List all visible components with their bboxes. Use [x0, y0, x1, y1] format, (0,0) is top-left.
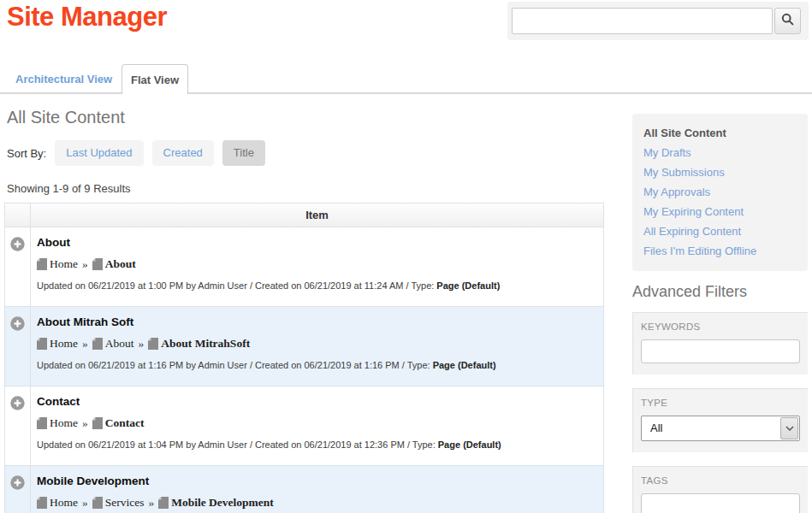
tab-flat-view[interactable]: Flat View [122, 64, 188, 94]
breadcrumb-separator: » [148, 496, 154, 510]
advanced-filters-heading: Advanced Filters [632, 283, 808, 301]
item-type: Page (Default) [433, 360, 496, 370]
breadcrumb-item[interactable]: Home [37, 337, 78, 351]
row-content: Contact Home » Contact Updated on 06/21/… [31, 386, 603, 465]
row-content: Mobile Development Home » Services » Mob… [31, 466, 603, 513]
breadcrumb: Home » Contact [37, 416, 595, 430]
breadcrumb: Home » Services » Mobile Development [37, 496, 595, 510]
table-header: Item [5, 203, 603, 227]
search-input[interactable] [512, 8, 773, 34]
table-row: About Mitrah Soft Home » About » About M… [5, 307, 603, 386]
sort-created-button[interactable]: Created [152, 140, 214, 166]
type-filter: TYPE All [632, 388, 808, 452]
keywords-input[interactable] [641, 339, 800, 363]
sidebar-item-all-expiring-content[interactable]: All Expiring Content [643, 221, 797, 241]
keywords-label: KEYWORDS [641, 321, 800, 332]
type-select-value: All [642, 416, 779, 440]
page-icon [158, 497, 169, 509]
expand-plus-icon[interactable] [10, 398, 25, 413]
page-icon [37, 417, 47, 429]
breadcrumb-item[interactable]: Home [37, 257, 78, 271]
sidebar-item-my-expiring-content[interactable]: My Expiring Content [643, 202, 797, 221]
chevron-down-icon [780, 417, 798, 439]
expand-plus-icon[interactable] [10, 319, 25, 333]
expand-plus-icon[interactable] [10, 478, 25, 492]
sort-last-updated-button[interactable]: Last Updated [55, 140, 143, 166]
table-row: About Home » About Updated on 06/21/2019… [5, 227, 603, 307]
item-title[interactable]: About [37, 236, 595, 249]
breadcrumb: Home » About » About MitrahSoft [37, 337, 595, 351]
breadcrumb-separator: » [82, 416, 88, 430]
breadcrumb-separator: » [82, 337, 88, 351]
breadcrumb-item[interactable]: Home [37, 496, 78, 510]
row-content: About Home » About Updated on 06/21/2019… [31, 227, 603, 306]
breadcrumb-item[interactable]: About MitrahSoft [148, 337, 250, 351]
table-row: Contact Home » Contact Updated on 06/21/… [5, 386, 603, 466]
page-title: Site Manager [7, 2, 167, 32]
sidebar-item-all-site-content: All Site Content [643, 123, 797, 143]
page-icon [92, 497, 103, 509]
item-title[interactable]: About Mitrah Soft [37, 315, 595, 328]
sidebar-item-files-editing-offline[interactable]: Files I'm Editing Offline [643, 241, 797, 261]
site-manager-app: Site Manager Architectural View Flat Vie… [0, 0, 812, 513]
breadcrumb-item[interactable]: About [92, 337, 134, 351]
tab-architectural-view[interactable]: Architectural View [15, 73, 112, 86]
type-label: TYPE [641, 398, 800, 408]
row-actions-cell [5, 466, 31, 513]
page-icon [92, 258, 103, 270]
expand-plus-icon[interactable] [10, 239, 25, 254]
table-header-actions-cell [5, 203, 31, 227]
breadcrumb-separator: » [82, 257, 88, 271]
row-actions-cell [5, 307, 31, 386]
sidebar-item-my-approvals[interactable]: My Approvals [643, 182, 797, 202]
breadcrumb: Home » About [37, 257, 595, 271]
item-type: Page (Default) [436, 280, 500, 291]
tags-input[interactable] [641, 493, 800, 513]
type-select[interactable]: All [641, 416, 800, 441]
page-icon [37, 258, 47, 270]
item-type: Page (Default) [438, 439, 501, 450]
content-table: Item About Home » About Updated on 06/ [4, 203, 604, 513]
item-title[interactable]: Mobile Development [37, 475, 595, 487]
breadcrumb-separator: » [82, 496, 88, 510]
tags-label: TAGS [641, 475, 800, 486]
breadcrumb-item[interactable]: Home [37, 416, 78, 430]
sidebar-item-my-submissions[interactable]: My Submissions [643, 162, 797, 182]
table-header-item: Item [31, 203, 603, 227]
item-meta: Updated on 06/21/2019 at 1:04 PM by Admi… [37, 439, 595, 450]
page-icon [37, 338, 47, 350]
item-meta: Updated on 06/21/2019 at 1:00 PM by Admi… [37, 280, 595, 291]
sort-title-button[interactable]: Title [222, 140, 265, 166]
sidebar-item-my-drafts[interactable]: My Drafts [643, 143, 797, 162]
item-title[interactable]: Contact [37, 395, 595, 408]
keywords-filter: KEYWORDS [632, 312, 808, 374]
sort-controls: Sort By: Last Updated Created Title [7, 140, 604, 166]
table-row: Mobile Development Home » Services » Mob… [5, 466, 603, 513]
item-meta: Updated on 06/21/2019 at 1:16 PM by Admi… [37, 360, 595, 370]
sidebar: All Site Content My Drafts My Submission… [632, 114, 808, 513]
page-icon [92, 417, 103, 429]
breadcrumb-item[interactable]: Contact [92, 416, 145, 430]
page-icon [37, 497, 47, 509]
tags-filter: TAGS [632, 466, 808, 513]
sort-by-label: Sort By: [7, 147, 46, 160]
breadcrumb-item[interactable]: Services [92, 496, 145, 510]
search-icon [781, 13, 794, 29]
breadcrumb-item[interactable]: Mobile Development [158, 496, 274, 510]
row-actions-cell [5, 386, 31, 465]
content-nav-panel: All Site Content My Drafts My Submission… [632, 114, 808, 271]
page-icon [92, 338, 103, 350]
main-content: All Site Content Sort By: Last Updated C… [4, 102, 604, 513]
row-actions-cell [5, 227, 31, 306]
breadcrumb-item[interactable]: About [92, 257, 136, 271]
content-heading: All Site Content [7, 108, 604, 127]
row-content: About Mitrah Soft Home » About » About M… [31, 307, 603, 386]
page-icon [148, 338, 158, 350]
search-panel [507, 2, 809, 40]
search-button[interactable] [774, 8, 801, 34]
breadcrumb-separator: » [139, 337, 145, 351]
results-summary: Showing 1-9 of 9 Results [7, 182, 604, 195]
